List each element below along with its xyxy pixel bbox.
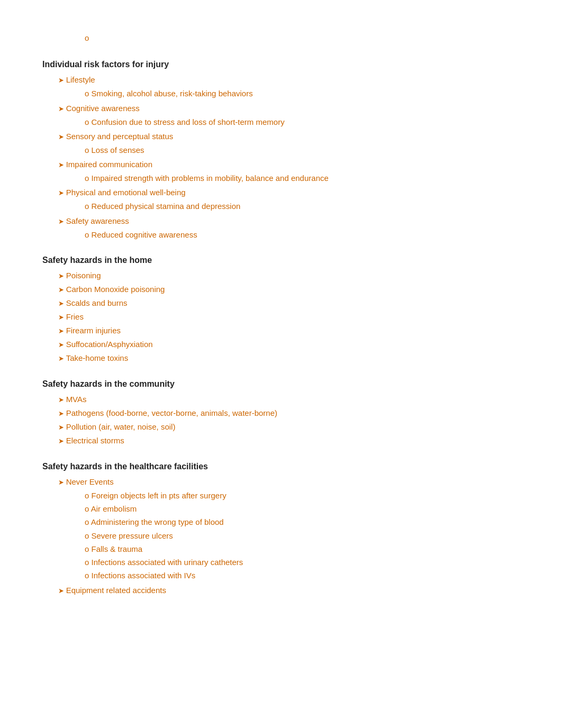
level1-item-3-0: Never EventsForeign objects left in pts … <box>58 476 520 582</box>
section-safety-community: Safety hazards in the communityMVAsPatho… <box>42 379 520 447</box>
level2-list-0-5: Reduced cognitive awareness <box>85 229 520 241</box>
level2-list-0-1: Confusion due to stress and loss of shor… <box>85 116 520 128</box>
level2-item-0-5-0: Reduced cognitive awareness <box>85 229 520 241</box>
section-heading-individual-risk: Individual risk factors for injury <box>42 60 520 69</box>
level2-item-3-0-5: Infections associated with urinary cathe… <box>85 556 520 568</box>
level1-item-2-0: MVAs <box>58 393 520 406</box>
section-individual-risk: Individual risk factors for injuryLifest… <box>42 60 520 241</box>
section-heading-safety-home: Safety hazards in the home <box>42 256 520 265</box>
level1-item-0-5: Safety awarenessReduced cognitive awaren… <box>58 215 520 241</box>
level1-item-0-1: Cognitive awarenessConfusion due to stre… <box>58 102 520 128</box>
level2-list-0-0: Smoking, alcohol abuse, risk-taking beha… <box>85 87 520 99</box>
section-safety-healthcare: Safety hazards in the healthcare facilit… <box>42 462 520 597</box>
level1-list-safety-healthcare: Never EventsForeign objects left in pts … <box>58 476 520 597</box>
level2-item-3-0-6: Infections associated with IVs <box>85 569 520 581</box>
intro-list <box>85 32 520 44</box>
level1-item-0-2: Sensory and perceptual statusLoss of sen… <box>58 130 520 156</box>
level1-list-safety-community: MVAsPathogens (food-borne, vector-borne,… <box>58 393 520 447</box>
level2-list-3-0: Foreign objects left in pts after surger… <box>85 489 520 582</box>
section-heading-safety-healthcare: Safety hazards in the healthcare facilit… <box>42 462 520 471</box>
level2-list-0-3: Impaired strength with problems in mobil… <box>85 172 520 184</box>
level2-item-3-0-4: Falls & trauma <box>85 543 520 555</box>
level1-item-1-6: Take-home toxins <box>58 352 520 365</box>
level2-item-0-1-0: Confusion due to stress and loss of shor… <box>85 116 520 128</box>
level1-item-0-3: Impaired communicationImpaired strength … <box>58 158 520 184</box>
level1-item-2-3: Electrical storms <box>58 434 520 447</box>
level2-item-0-3-0: Impaired strength with problems in mobil… <box>85 172 520 184</box>
level2-item-0-2-0: Loss of senses <box>85 144 520 156</box>
intro-item-0 <box>85 32 520 44</box>
level1-item-1-5: Suffocation/Asphyxiation <box>58 338 520 351</box>
level1-item-1-1: Carbon Monoxide poisoning <box>58 283 520 296</box>
level1-item-2-2: Pollution (air, water, noise, soil) <box>58 421 520 433</box>
level2-item-3-0-1: Air embolism <box>85 503 520 515</box>
level1-item-3-1: Equipment related accidents <box>58 584 520 597</box>
section-heading-safety-community: Safety hazards in the community <box>42 379 520 389</box>
level1-item-1-2: Scalds and burns <box>58 297 520 310</box>
level2-item-0-4-0: Reduced physical stamina and depression <box>85 200 520 212</box>
level1-item-0-4: Physical and emotional well-beingReduced… <box>58 186 520 212</box>
level1-list-individual-risk: LifestyleSmoking, alcohol abuse, risk-ta… <box>58 74 520 241</box>
level1-item-1-0: Poisoning <box>58 269 520 282</box>
level2-item-3-0-3: Severe pressure ulcers <box>85 530 520 542</box>
level2-item-3-0-0: Foreign objects left in pts after surger… <box>85 489 520 502</box>
level2-item-0-0-0: Smoking, alcohol abuse, risk-taking beha… <box>85 87 520 99</box>
section-safety-home: Safety hazards in the homePoisoningCarbo… <box>42 256 520 365</box>
level1-item-1-3: Fries <box>58 311 520 323</box>
level1-list-safety-home: PoisoningCarbon Monoxide poisoningScalds… <box>58 269 520 365</box>
level2-list-0-4: Reduced physical stamina and depression <box>85 200 520 212</box>
level1-item-2-1: Pathogens (food-borne, vector-borne, ani… <box>58 407 520 420</box>
level2-list-0-2: Loss of senses <box>85 144 520 156</box>
level1-item-0-0: LifestyleSmoking, alcohol abuse, risk-ta… <box>58 74 520 99</box>
level1-item-1-4: Firearm injuries <box>58 324 520 337</box>
level2-item-3-0-2: Administering the wrong type of blood <box>85 516 520 528</box>
sections-container: Individual risk factors for injuryLifest… <box>42 60 520 596</box>
